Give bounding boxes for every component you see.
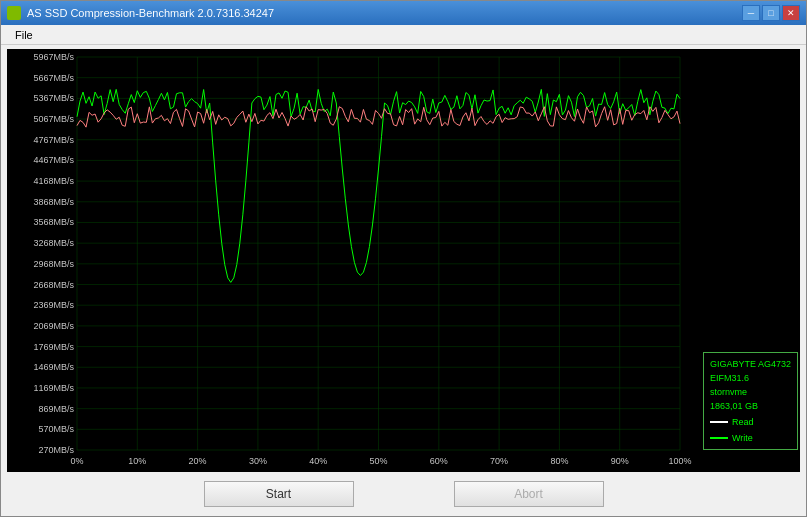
legend-device: GIGABYTE AG4732: [710, 357, 791, 371]
title-bar: AS SSD Compression-Benchmark 2.0.7316.34…: [1, 1, 806, 25]
benchmark-chart: [7, 49, 800, 472]
file-menu[interactable]: File: [7, 28, 41, 42]
chart-area: GIGABYTE AG4732 EIFM31.6 stornvme 1863,0…: [7, 49, 800, 472]
legend-write-line: Write: [710, 431, 791, 445]
write-label: Write: [732, 431, 753, 445]
legend-box: GIGABYTE AG4732 EIFM31.6 stornvme 1863,0…: [703, 352, 798, 450]
legend-read-line: Read: [710, 415, 791, 429]
start-button[interactable]: Start: [204, 481, 354, 507]
maximize-button[interactable]: □: [762, 5, 780, 21]
main-window: AS SSD Compression-Benchmark 2.0.7316.34…: [0, 0, 807, 517]
write-swatch: [710, 437, 728, 439]
legend-type: stornvme: [710, 385, 791, 399]
minimize-button[interactable]: ─: [742, 5, 760, 21]
title-bar-left: AS SSD Compression-Benchmark 2.0.7316.34…: [7, 6, 274, 20]
title-bar-buttons: ─ □ ✕: [742, 5, 800, 21]
window-title: AS SSD Compression-Benchmark 2.0.7316.34…: [27, 7, 274, 19]
read-swatch: [710, 421, 728, 423]
legend-size: 1863,01 GB: [710, 399, 791, 413]
app-icon: [7, 6, 21, 20]
read-label: Read: [732, 415, 754, 429]
menu-bar: File: [1, 25, 806, 45]
legend-firmware: EIFM31.6: [710, 371, 791, 385]
close-button[interactable]: ✕: [782, 5, 800, 21]
bottom-bar: Start Abort: [1, 474, 806, 516]
abort-button[interactable]: Abort: [454, 481, 604, 507]
